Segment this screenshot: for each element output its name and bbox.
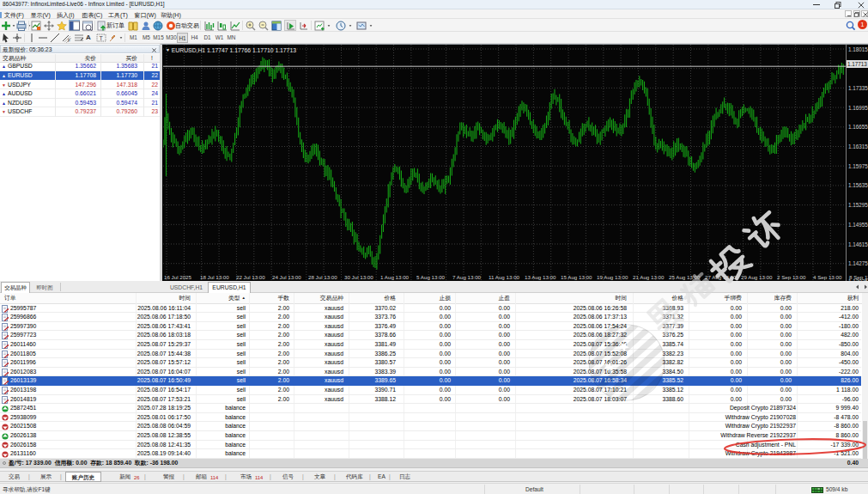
- svg-text:F: F: [68, 38, 70, 43]
- svg-text:T: T: [100, 35, 104, 41]
